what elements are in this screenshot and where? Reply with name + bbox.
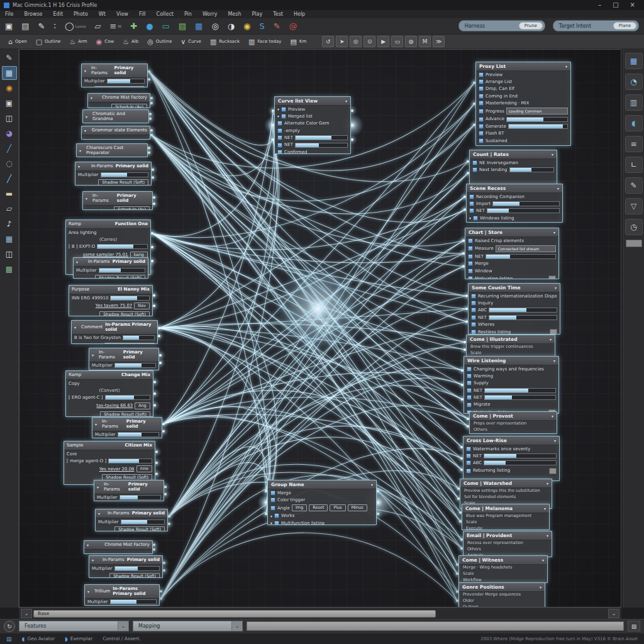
node-large[interactable]: RampChange MixCopy(Convert)[ ERO agent-C… — [65, 370, 153, 417]
target-toggle[interactable]: ◎ — [350, 36, 362, 47]
search-field-harness[interactable]: Harness Prune — [458, 20, 545, 31]
more-toggle[interactable]: ≫ — [433, 36, 445, 47]
mic-tool-icon[interactable]: ♪ — [2, 217, 17, 231]
node-param[interactable]: ▾In-ParamsPrimary solidMultiplierShadow … — [89, 348, 159, 370]
node-button-img[interactable]: Img — [292, 504, 307, 511]
link-panel-icon[interactable]: ◖ — [625, 115, 643, 131]
row-bar[interactable] — [295, 135, 348, 140]
node-mini[interactable]: ▾Chrome Mist Factory — [84, 540, 153, 554]
slider[interactable] — [114, 566, 160, 571]
minimize-button[interactable]: – — [598, 2, 601, 8]
new-document-icon[interactable]: ▣ — [5, 22, 13, 30]
row-bar[interactable] — [484, 395, 556, 400]
menu-item-collect[interactable]: Collect — [157, 11, 174, 17]
node-titlebar[interactable]: Come | Provost▾ — [470, 412, 557, 421]
mapping-select[interactable]: Mapping ⌄ — [133, 621, 243, 631]
node-titlebar[interactable]: Email | Provident▾ — [464, 531, 552, 540]
menu-item-browse[interactable]: Browse — [24, 11, 42, 17]
menu-item-view[interactable]: View — [116, 11, 128, 17]
menu-item-pin[interactable]: Pin — [184, 11, 192, 17]
value-bar[interactable] — [105, 395, 150, 400]
node-header[interactable]: RampFunction One — [66, 220, 150, 229]
image-tool-icon[interactable]: ▣ — [2, 96, 17, 110]
node-param[interactable]: ▾In-ParamsPrimary solidMultiplierShadow … — [92, 417, 162, 438]
cow-button[interactable]: ◉Cow — [94, 37, 119, 47]
row-input[interactable]: Connected list stream — [496, 245, 556, 252]
node-button[interactable]: Shadow Result (Soft) — [100, 411, 150, 417]
monitor-tool-icon[interactable]: ▦ — [2, 232, 17, 246]
node-header[interactable]: ▾Chrome Mist Factory — [88, 94, 150, 103]
node-button[interactable]: Shadow Result (Soft) — [114, 526, 165, 531]
open-button[interactable]: ⌂Open — [6, 37, 31, 47]
brush-panel-icon[interactable]: ✎ — [625, 177, 643, 194]
row-bar[interactable] — [295, 143, 348, 148]
row-bar[interactable] — [487, 208, 560, 213]
marker-toggle[interactable]: M — [419, 36, 431, 47]
value-bar[interactable] — [123, 335, 155, 340]
node-list[interactable]: Wire Listening▾Changing ways and frequen… — [464, 356, 559, 414]
node-button-minus[interactable]: Minus — [348, 504, 367, 511]
row-bar[interactable] — [508, 124, 568, 129]
scroll-right-dropdown[interactable]: ⌄ — [608, 609, 619, 618]
head-tool-icon[interactable]: ✎ — [2, 51, 17, 65]
close-button[interactable]: × — [630, 2, 635, 8]
node-header[interactable]: ▾In-ParamsPrimary solid — [83, 192, 152, 206]
node-param[interactable]: ▾CommentIn-Params Primary solidB is Two … — [71, 320, 158, 344]
search-go-button[interactable]: Plane — [613, 22, 636, 30]
node-note[interactable]: Email | Provident▾Recess over representa… — [463, 531, 552, 557]
node-titlebar[interactable]: Come | Illustrated▾ — [467, 335, 555, 344]
node-param[interactable]: ▾In-ParamsPrimary solidMultiplierShadow … — [75, 162, 152, 186]
search-value[interactable]: Target Intent — [559, 23, 608, 29]
sphere-tool-icon[interactable]: ◕ — [2, 126, 17, 140]
node-note[interactable]: Genre Positions▾Provender Merge sequence… — [458, 582, 545, 608]
history-panel-icon[interactable]: ◷ — [625, 219, 643, 235]
node-titlebar[interactable]: Proxy List▾ — [476, 62, 570, 71]
node-button[interactable]: Schedule (Ay) — [114, 206, 150, 210]
node-header[interactable]: ▾In-ParamsPrimary solid — [96, 509, 167, 518]
line-tool-icon[interactable]: ╱ — [2, 172, 17, 186]
bag-tool-icon[interactable]: ◫ — [2, 111, 17, 125]
pen-icon[interactable]: ✎ — [38, 22, 45, 30]
undo-toggle[interactable]: ↺ — [322, 36, 334, 47]
node-button[interactable]: Shadow Result (Soft) — [104, 343, 155, 344]
frame-toggle[interactable]: ▭ — [391, 36, 403, 47]
at-icon[interactable]: @ — [289, 22, 297, 30]
green-swatch-icon[interactable]: ▩ — [2, 262, 17, 276]
zoom-icon[interactable]: ◎ — [211, 22, 218, 30]
node-titlebar[interactable]: Chart | Store▾ — [465, 228, 558, 237]
scroll-left-dropdown[interactable]: ⌄ — [21, 609, 32, 618]
row-swatch[interactable] — [549, 468, 557, 474]
outline-button[interactable]: ▢Outline — [34, 37, 65, 47]
node-button[interactable]: Shadow Result (Soft) — [94, 86, 145, 87]
node-param[interactable]: ▾In-ParamsPrimary solidMultiplierShadow … — [81, 64, 148, 87]
node-titlebar[interactable]: Cross Low-Rise▾ — [464, 436, 559, 445]
node-button[interactable]: Shadow Result (Soft) — [95, 275, 145, 279]
node-button[interactable]: Schedule (Ay) — [111, 104, 147, 109]
node-header[interactable]: ▾Grammar state Elements — [82, 126, 150, 135]
row-bar[interactable] — [489, 315, 557, 320]
node-note[interactable]: Come | Witness▾Merge · Wing headshotsSca… — [458, 555, 548, 583]
node-param[interactable]: ▾In-ParamsPrimary solidMultiplierShadow … — [94, 480, 164, 501]
slider[interactable] — [107, 79, 145, 84]
book-tool-icon[interactable]: ◫ — [2, 247, 17, 261]
row-bar[interactable] — [484, 388, 556, 393]
sample-point-icon[interactable]: ∶ — [54, 22, 56, 30]
display-panel-icon[interactable]: ▥ — [625, 94, 643, 111]
menu-item-play[interactable]: Play — [252, 11, 263, 17]
chart-panel-icon[interactable]: ◔ — [625, 74, 643, 90]
node-header[interactable]: ▾In-ParamsPrimary solid — [75, 162, 151, 171]
node-mini-button[interactable]: Nav — [134, 303, 150, 309]
outline2-button[interactable]: ◎Outline — [145, 37, 176, 47]
wand-icon[interactable]: ✚ — [130, 22, 137, 30]
node-button[interactable]: Shadow Result (Soft) — [99, 311, 150, 316]
brush-red-icon[interactable]: ✎ — [274, 22, 280, 30]
node-header[interactable]: ▾Chrome Mist Factory — [84, 541, 152, 550]
lasso-icon[interactable]: ◯Lasso — [65, 22, 86, 30]
node-header[interactable]: PurposeEl Nanny Mix — [69, 286, 152, 294]
curve-button[interactable]: ∨Curve — [179, 37, 206, 47]
row-bar[interactable] — [489, 308, 557, 313]
node-header[interactable]: ▾In-ParamsPrimary solid — [94, 480, 164, 494]
ring-tool-icon[interactable]: ◉ — [2, 81, 17, 95]
inspect-toggle[interactable]: ⊙ — [364, 36, 375, 47]
node-header[interactable]: ▾TrilliumIn-Params Primary solid — [85, 585, 159, 599]
